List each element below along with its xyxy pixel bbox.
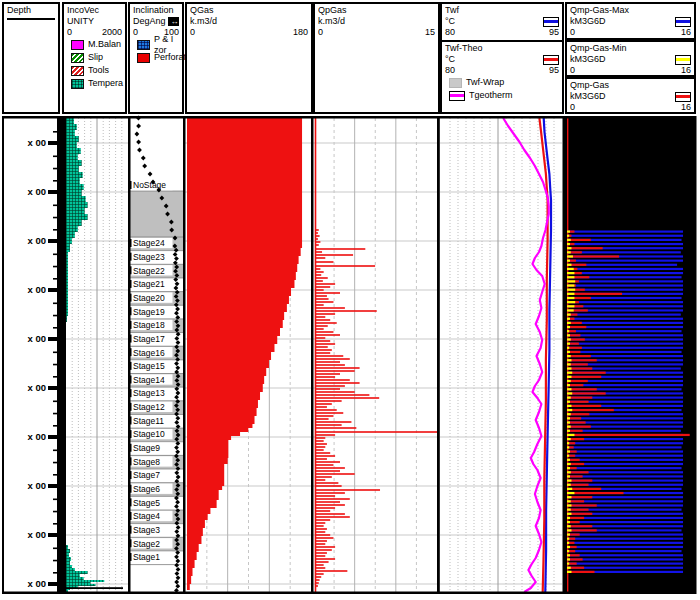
stage-label: Stage9: [133, 443, 160, 453]
stage-label: Stage24: [133, 238, 165, 248]
stage-label: Stage23: [133, 252, 165, 262]
depth-label: x 00: [28, 578, 47, 589]
stage-label: Stage6: [133, 484, 160, 494]
stage-label: Stage21: [133, 279, 165, 289]
depth-label: x 00: [28, 431, 47, 442]
track-qpgas: [315, 118, 438, 592]
depth-label: x 00: [28, 382, 47, 393]
depth-label: x 00: [28, 186, 47, 197]
stage-label: Stage10: [133, 429, 165, 439]
track-qmp: [565, 118, 694, 592]
track-depth: x 00x 00x 00x 00x 00x 00x 00x 00x 00x 00: [28, 118, 67, 592]
log-plot: NoStageStage24Stage23Stage22Stage21Stage…: [0, 0, 700, 600]
track-twf: [503, 118, 551, 592]
stage-label: Stage4: [133, 511, 160, 521]
well-log-application: { "header": { "depth": {"title": "Depth"…: [0, 0, 700, 600]
stage-label: Stage7: [133, 470, 160, 480]
depth-label: x 00: [28, 137, 47, 148]
stage-label: Stage5: [133, 498, 160, 508]
depth-label: x 00: [28, 235, 47, 246]
stage-label: Stage18: [133, 320, 165, 330]
stage-label: NoStage: [133, 180, 166, 190]
stage-label: Stage3: [133, 525, 160, 535]
depth-label: x 00: [28, 480, 47, 491]
stage-label: Stage17: [133, 334, 165, 344]
stage-label: Stage14: [133, 375, 165, 385]
stage-label: Stage16: [133, 348, 165, 358]
depth-label: x 00: [28, 333, 47, 344]
stage-label: Stage19: [133, 307, 165, 317]
stage-label: Stage2: [133, 539, 160, 549]
depth-label: x 00: [28, 529, 47, 540]
stage-label: Stage13: [133, 388, 165, 398]
stage-label: Stage1: [133, 552, 160, 562]
stage-label: Stage20: [133, 293, 165, 303]
stage-label: Stage12: [133, 402, 165, 412]
bottom-marker-line: [66, 587, 123, 589]
stage-label: Stage15: [133, 361, 165, 371]
stage-label: Stage22: [133, 266, 165, 276]
stage-label: Stage11: [133, 416, 164, 426]
stage-label: Stage8: [133, 457, 160, 467]
depth-label: x 00: [28, 284, 47, 295]
track-qgas: [187, 118, 302, 590]
